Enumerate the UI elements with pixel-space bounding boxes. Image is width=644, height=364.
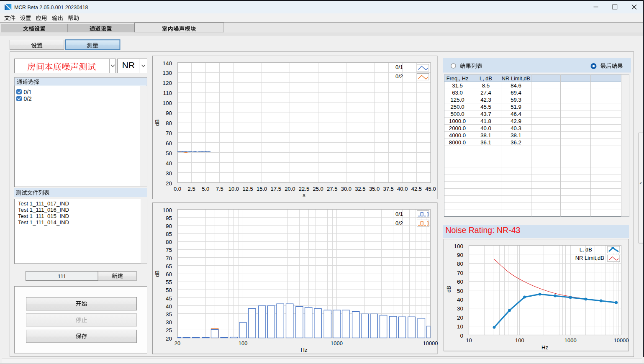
svg-text:Noise Rating: NR-43: Noise Rating: NR-43 (446, 226, 521, 235)
svg-text:140: 140 (162, 60, 172, 67)
svg-text:50: 50 (457, 288, 463, 294)
svg-text:20: 20 (174, 340, 180, 346)
svg-text:30: 30 (166, 319, 172, 326)
svg-text:70: 70 (166, 255, 172, 261)
svg-text:NR Limit,dB: NR Limit,dB (575, 255, 604, 261)
svg-text:0/1: 0/1 (395, 211, 403, 217)
svg-text:Hz: Hz (301, 347, 308, 353)
svg-text:100: 100 (162, 100, 172, 106)
svg-text:35: 35 (166, 311, 172, 318)
svg-text:110: 110 (163, 90, 172, 96)
svg-text:17.5: 17.5 (271, 186, 281, 192)
svg-text:40: 40 (457, 297, 463, 303)
svg-text:8.5: 8.5 (482, 82, 490, 89)
svg-text:0/2: 0/2 (24, 96, 32, 102)
svg-text:55: 55 (166, 279, 172, 285)
svg-text:45.0: 45.0 (425, 186, 436, 192)
svg-text:0/1: 0/1 (395, 64, 403, 70)
svg-text:Test 1_111_015_IND: Test 1_111_015_IND (18, 213, 69, 219)
svg-text:75: 75 (166, 247, 172, 253)
svg-text:125.0: 125.0 (450, 97, 464, 103)
svg-text:0: 0 (460, 333, 463, 339)
svg-text:40.3: 40.3 (511, 125, 521, 131)
svg-text:27.5: 27.5 (327, 186, 337, 192)
svg-text:36.2: 36.2 (511, 139, 521, 146)
svg-text:59.3: 59.3 (511, 97, 521, 103)
svg-text:50: 50 (166, 150, 172, 156)
svg-text:85: 85 (166, 231, 172, 237)
svg-text:15.0: 15.0 (257, 186, 267, 192)
svg-text:500.0: 500.0 (450, 111, 464, 117)
svg-text:27.4: 27.4 (480, 90, 491, 96)
svg-text:<: < (640, 181, 642, 185)
svg-text:1000: 1000 (331, 340, 343, 346)
svg-text:38.1: 38.1 (480, 132, 491, 138)
svg-text:100: 100 (515, 337, 524, 343)
svg-text:Hz: Hz (541, 344, 548, 351)
svg-text:250.0: 250.0 (450, 104, 464, 110)
svg-text:1000: 1000 (564, 337, 577, 343)
svg-text:42.3: 42.3 (480, 97, 491, 103)
svg-text:dB: dB (154, 270, 160, 277)
svg-text:31.5: 31.5 (452, 82, 463, 89)
svg-text:80: 80 (457, 261, 463, 267)
svg-text:0/1: 0/1 (24, 89, 32, 95)
svg-text:63.0: 63.0 (452, 90, 463, 96)
svg-text:60: 60 (166, 140, 172, 146)
svg-text:50: 50 (166, 287, 172, 293)
svg-text:1000.0: 1000.0 (449, 118, 466, 124)
svg-text:80: 80 (166, 120, 172, 126)
svg-text:L, dB: L, dB (580, 246, 592, 253)
svg-text:12.5: 12.5 (242, 186, 253, 192)
svg-text:20: 20 (457, 315, 463, 321)
svg-text:120: 120 (162, 80, 172, 86)
svg-text:95: 95 (166, 215, 172, 221)
svg-text:70: 70 (166, 130, 172, 136)
svg-text:0/2: 0/2 (395, 73, 403, 79)
svg-text:69.4: 69.4 (511, 90, 521, 96)
svg-text:22.5: 22.5 (299, 186, 309, 192)
svg-text:90: 90 (166, 110, 172, 116)
svg-text:Test 1_111_017_IND: Test 1_111_017_IND (18, 200, 69, 207)
svg-text:30: 30 (166, 170, 172, 177)
svg-text:90: 90 (166, 223, 172, 229)
svg-text:60: 60 (457, 279, 463, 285)
svg-text:10.0: 10.0 (228, 186, 239, 192)
svg-text:10000: 10000 (613, 337, 629, 343)
svg-text:Test 1_111_016_IND: Test 1_111_016_IND (18, 207, 69, 213)
svg-text:10000: 10000 (423, 340, 438, 346)
svg-text:2000.0: 2000.0 (449, 125, 466, 131)
svg-text:42.5: 42.5 (411, 186, 422, 192)
svg-text:40.0: 40.0 (480, 125, 491, 131)
svg-text:dB: dB (154, 119, 160, 126)
svg-text:4000.0: 4000.0 (449, 132, 466, 138)
svg-text:30.0: 30.0 (341, 186, 352, 192)
svg-text:100: 100 (162, 207, 172, 213)
svg-text:L, dB: L, dB (480, 75, 492, 82)
svg-text:20: 20 (166, 180, 172, 187)
svg-text:36.1: 36.1 (480, 139, 491, 146)
svg-text:111: 111 (58, 273, 67, 279)
svg-text:90: 90 (457, 252, 463, 258)
svg-text:40: 40 (166, 160, 172, 167)
svg-text:s: s (303, 192, 305, 198)
svg-text:130: 130 (162, 70, 172, 76)
svg-text:0/2: 0/2 (395, 220, 403, 226)
svg-text:84.6: 84.6 (511, 82, 521, 89)
svg-text:NR Limit,dB: NR Limit,dB (502, 75, 530, 82)
svg-text:5.0: 5.0 (202, 186, 209, 192)
svg-text:20: 20 (166, 336, 172, 342)
svg-text:80: 80 (166, 239, 172, 245)
svg-text:20.0: 20.0 (285, 186, 295, 192)
svg-text:41.8: 41.8 (480, 118, 491, 124)
svg-text:0.0: 0.0 (174, 186, 181, 192)
svg-text:100: 100 (239, 340, 248, 346)
svg-text:30: 30 (457, 305, 463, 312)
svg-text:8000.0: 8000.0 (449, 139, 466, 146)
svg-text:Test 1_111_014_IND: Test 1_111_014_IND (18, 219, 69, 226)
svg-text:25.0: 25.0 (313, 186, 323, 192)
svg-text:42.9: 42.9 (511, 118, 521, 124)
svg-text:7.5: 7.5 (216, 186, 223, 192)
svg-text:45.5: 45.5 (480, 104, 491, 110)
svg-text:40.0: 40.0 (397, 186, 408, 192)
